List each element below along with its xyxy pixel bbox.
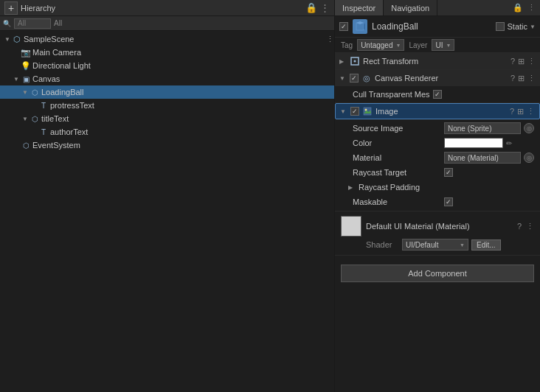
material-prop-label: Material: [353, 153, 441, 162]
color-swatch[interactable]: [444, 138, 503, 148]
tree-item-eventsystem[interactable]: ⬡ EventSystem: [0, 139, 334, 152]
image-more[interactable]: ⋮: [527, 107, 535, 116]
image-settings[interactable]: ⊞: [517, 107, 524, 116]
source-image-field[interactable]: None (Sprite): [444, 122, 521, 134]
authortext-label: authorText: [50, 127, 88, 136]
image-checkbox[interactable]: [350, 107, 359, 116]
shader-dropdown[interactable]: UI/Default ▼: [402, 239, 468, 251]
canvas-renderer-icon: ◎: [361, 73, 372, 83]
source-image-row: Source Image None (Sprite) ◎: [335, 121, 540, 136]
layer-label: Layer: [409, 41, 427, 49]
hierarchy-search-bar: 🔍 All: [0, 16, 334, 31]
rect-transform-settings[interactable]: ⊞: [518, 57, 525, 66]
static-checkbox[interactable]: [496, 22, 505, 31]
search-input[interactable]: [14, 18, 51, 29]
image-section: ▼ Image ? ⊞ ⋮: [335, 103, 540, 211]
shader-edit-button[interactable]: Edit...: [471, 239, 501, 251]
object-active-checkbox[interactable]: [339, 22, 348, 31]
layer-dropdown[interactable]: UI ▼: [432, 39, 454, 51]
tree-arrow-canvas: [12, 74, 21, 83]
tree-item-maincamera[interactable]: 📷 Main Camera: [0, 46, 334, 59]
image-arrow: ▼: [340, 108, 347, 115]
material-target-btn[interactable]: ◎: [524, 153, 534, 163]
object-name: LoadingBall: [372, 21, 491, 32]
color-value-group: ✏: [444, 138, 534, 148]
tree-item-titletext[interactable]: ⬡ titleText: [0, 112, 334, 125]
hierarchy-menu-icon[interactable]: ⋮: [320, 2, 330, 13]
canvas-renderer-more[interactable]: ⋮: [527, 74, 536, 83]
material-row-main: Default UI Material (Material) ? ⋮: [341, 216, 534, 237]
inspector-lock-icon[interactable]: 🔒: [513, 3, 523, 13]
cull-checkbox[interactable]: [433, 90, 442, 99]
layer-value: UI: [435, 41, 443, 49]
shader-dropdown-arrow: ▼: [460, 242, 465, 248]
canvas-renderer-header[interactable]: ▼ ◎ Canvas Renderer ? ⊞ ⋮: [335, 70, 540, 86]
canvas-label: Canvas: [32, 74, 60, 83]
inspector-tabs: Inspector Navigation 🔒 ⋮: [335, 0, 540, 16]
tag-value: Untagged: [361, 41, 392, 49]
tree-item-loadingball[interactable]: ⬡ LoadingBall: [0, 85, 334, 99]
source-image-text: None (Sprite): [448, 125, 491, 133]
rect-transform-name: Rect Transform: [363, 57, 508, 66]
hierarchy-panel: + Hierarchy 🔒 ⋮ 🔍 All ⬡ SampleScene: [0, 0, 335, 392]
rect-transform-header[interactable]: ▶ Rect Transform ? ⊞ ⋮: [335, 53, 540, 69]
image-icon: [362, 106, 373, 116]
material-row: Material None (Material) ◎: [335, 150, 540, 165]
hierarchy-add-button[interactable]: +: [4, 1, 18, 15]
image-name: Image: [375, 107, 507, 116]
maskable-checkbox[interactable]: [444, 197, 453, 206]
raycast-target-checkbox[interactable]: [444, 168, 453, 177]
hierarchy-lock-icon[interactable]: 🔒: [305, 2, 317, 13]
maskable-label: Maskable: [353, 197, 441, 206]
shader-value: UI/Default: [406, 241, 438, 249]
rect-transform-help[interactable]: ?: [510, 57, 515, 66]
image-help[interactable]: ?: [510, 107, 514, 116]
shader-row: Shader UI/Default ▼ Edit...: [341, 237, 534, 251]
material-help-icon[interactable]: ?: [517, 222, 522, 231]
default-material-section: Default UI Material (Material) ? ⋮ Shade…: [335, 211, 540, 256]
hierarchy-title: Hierarchy: [21, 4, 55, 13]
shader-edit-label: Edit...: [477, 241, 496, 249]
titletext-label: titleText: [41, 114, 69, 123]
add-component-button[interactable]: Add Component: [341, 265, 534, 282]
static-dropdown-arrow[interactable]: ▼: [530, 24, 536, 30]
light-icon: 💡: [21, 60, 31, 71]
static-group: Static ▼: [496, 22, 536, 31]
color-row: Color ✏: [335, 136, 540, 150]
rect-transform-more[interactable]: ⋮: [527, 57, 536, 66]
inspector-menu-icon[interactable]: ⋮: [527, 3, 536, 13]
tab-inspector[interactable]: Inspector: [335, 0, 384, 15]
static-label: Static: [507, 22, 527, 31]
tag-layer-row: Tag Untagged ▼ Layer UI ▼: [335, 38, 540, 53]
add-component-section: Add Component: [335, 256, 540, 291]
material-field[interactable]: None (Material): [444, 152, 521, 164]
image-header[interactable]: ▼ Image ? ⊞ ⋮: [335, 103, 540, 119]
material-more-icon[interactable]: ⋮: [526, 222, 534, 231]
canvas-renderer-help[interactable]: ?: [510, 74, 515, 83]
tree-item-directionallight[interactable]: 💡 Directional Light: [0, 59, 334, 72]
color-label: Color: [353, 139, 441, 147]
material-swatch-icon: [341, 216, 361, 237]
rect-transform-icon: [350, 56, 360, 66]
tag-dropdown[interactable]: Untagged ▼: [357, 39, 404, 51]
raycast-padding-row: ▶ Raycast Padding: [335, 180, 540, 195]
tab-navigation[interactable]: Navigation: [384, 0, 437, 15]
tree-item-samplescene[interactable]: ⬡ SampleScene ⋮: [0, 32, 334, 46]
source-image-target-btn[interactable]: ◎: [524, 123, 534, 133]
raycast-target-label: Raycast Target: [353, 168, 441, 177]
tree-item-protresstext[interactable]: T protressText: [0, 99, 334, 112]
canvas-renderer-checkbox[interactable]: [350, 74, 359, 83]
protresstext-label: protressText: [50, 101, 94, 110]
inspector-tab-actions: 🔒 ⋮: [508, 0, 540, 15]
samplescene-menu[interactable]: ⋮: [326, 35, 334, 44]
image-body: Source Image None (Sprite) ◎ Color: [335, 119, 540, 211]
eventsystem-label: EventSystem: [32, 141, 80, 150]
navigation-tab-label: Navigation: [391, 4, 429, 13]
canvas-renderer-settings[interactable]: ⊞: [518, 74, 525, 83]
tree-item-canvas[interactable]: ▣ Canvas: [0, 72, 334, 85]
color-edit-icon[interactable]: ✏: [506, 139, 512, 147]
inspector-panel: Inspector Navigation 🔒 ⋮: [335, 0, 540, 392]
maskable-row: Maskable: [335, 195, 540, 209]
tree-arrow-titletext: [21, 114, 30, 123]
tree-item-authortext[interactable]: T authorText: [0, 125, 334, 139]
